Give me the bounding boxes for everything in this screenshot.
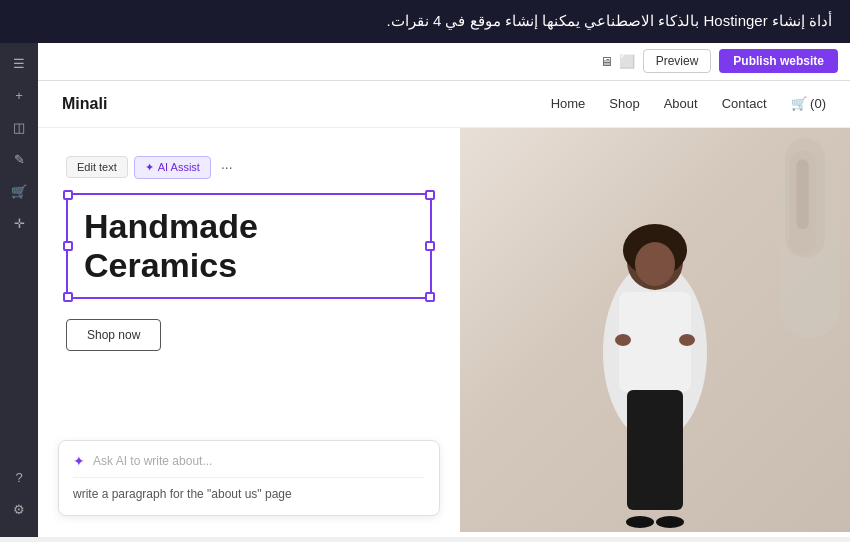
handle-bottom-right[interactable]	[425, 292, 435, 302]
nav-contact[interactable]: Contact	[722, 96, 767, 111]
hero-right	[460, 128, 850, 532]
canvas-area: 🖥 ⬜ Preview Publish website Minali Home …	[38, 43, 850, 537]
handle-top-right[interactable]	[425, 190, 435, 200]
website-logo: Minali	[62, 95, 107, 113]
svg-rect-13	[796, 159, 808, 229]
hero-left: Edit text ✦ AI Assist ···	[38, 128, 460, 532]
nav-home[interactable]: Home	[551, 96, 586, 111]
sidebar-help-icon[interactable]: ?	[6, 465, 32, 491]
cart-icon[interactable]: 🛒 (0)	[791, 96, 827, 111]
svg-rect-9	[627, 390, 683, 510]
ai-star-icon: ✦	[145, 161, 154, 174]
sidebar-design-icon[interactable]: ✎	[6, 147, 32, 173]
handle-bottom-left[interactable]	[63, 292, 73, 302]
nav-shop[interactable]: Shop	[609, 96, 639, 111]
heading-selection-box: Handmade Ceramics	[66, 193, 432, 299]
handle-middle-right[interactable]	[425, 241, 435, 251]
ai-prompt-area: ✦ Ask AI to write about...	[73, 453, 425, 469]
sidebar-layers-icon[interactable]: ◫	[6, 115, 32, 141]
edit-toolbar: Edit text ✦ AI Assist ···	[66, 156, 432, 179]
top-toolbar: 🖥 ⬜ Preview Publish website	[38, 43, 850, 81]
handle-top-left[interactable]	[63, 190, 73, 200]
svg-point-8	[679, 334, 695, 346]
decor-vase	[772, 148, 842, 328]
more-options-button[interactable]: ···	[217, 159, 237, 175]
tablet-icon[interactable]: ⬜	[619, 54, 635, 69]
desktop-icon[interactable]: 🖥	[600, 54, 613, 69]
publish-button[interactable]: Publish website	[719, 49, 838, 73]
sidebar-add-icon[interactable]: +	[6, 83, 32, 109]
preview-button[interactable]: Preview	[643, 49, 712, 73]
ai-chat-box: ✦ Ask AI to write about... write a parag…	[58, 440, 440, 516]
sidebar-settings-icon[interactable]: ⚙	[6, 497, 32, 523]
edit-text-button[interactable]: Edit text	[66, 156, 128, 178]
svg-point-10	[626, 516, 654, 528]
sidebar-move-icon[interactable]: ✛	[6, 211, 32, 237]
ai-typed-text: write a paragraph for the "about us" pag…	[73, 477, 425, 503]
website-nav: Minali Home Shop About Contact 🛒 (0)	[38, 81, 850, 128]
hero-heading: Handmade Ceramics	[84, 207, 414, 285]
nav-links: Home Shop About Contact	[551, 96, 767, 111]
editor-wrapper: ☰ + ◫ ✎ 🛒 ✛ ? ⚙ 🖥 ⬜ Preview Publish webs…	[0, 43, 850, 537]
heading-line2: Ceramics	[84, 246, 237, 284]
hero-image	[460, 128, 850, 532]
svg-point-3	[635, 242, 675, 286]
shop-now-button[interactable]: Shop now	[66, 319, 161, 351]
handle-middle-left[interactable]	[63, 241, 73, 251]
woman-illustration	[565, 192, 745, 532]
arabic-banner: أداة إنشاء Hostinger بالذكاء الاصطناعي ي…	[0, 0, 850, 43]
sidebar: ☰ + ◫ ✎ 🛒 ✛ ? ⚙	[0, 43, 38, 537]
ai-prompt-icon: ✦	[73, 453, 85, 469]
banner-text: أداة إنشاء Hostinger بالذكاء الاصطناعي ي…	[387, 12, 832, 29]
ai-prompt-placeholder[interactable]: Ask AI to write about...	[93, 454, 212, 468]
heading-line1: Handmade	[84, 207, 258, 245]
sidebar-cart-icon[interactable]: 🛒	[6, 179, 32, 205]
ai-assist-button[interactable]: ✦ AI Assist	[134, 156, 211, 179]
nav-about[interactable]: About	[664, 96, 698, 111]
device-icons: 🖥 ⬜	[600, 54, 635, 69]
svg-point-11	[656, 516, 684, 528]
ai-assist-label: AI Assist	[158, 161, 200, 173]
svg-point-7	[615, 334, 631, 346]
hero-section: Edit text ✦ AI Assist ···	[38, 128, 850, 532]
sidebar-menu-icon[interactable]: ☰	[6, 51, 32, 77]
website-preview: Minali Home Shop About Contact 🛒 (0) Edi…	[38, 81, 850, 537]
